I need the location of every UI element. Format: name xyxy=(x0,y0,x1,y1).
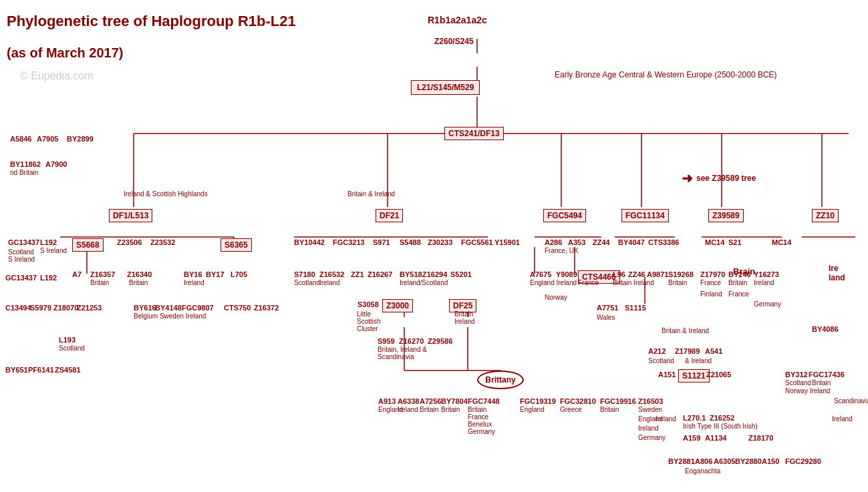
s971: S971 xyxy=(373,238,390,246)
norway-annotation: Norway xyxy=(545,294,567,301)
scotland-label1: Scotland xyxy=(8,248,34,256)
zz44: ZZ44 xyxy=(593,238,610,246)
a7675: A7675 xyxy=(530,270,551,278)
france-ann: France xyxy=(578,279,599,286)
irish-type-iii-ann: Irish Type III (South Irish) xyxy=(683,423,758,430)
germany-ann1: Germany xyxy=(754,300,781,308)
by17: BY17 xyxy=(206,270,225,278)
z18070: Z18070 xyxy=(53,304,78,312)
by2880: BY2880 xyxy=(735,457,762,465)
ireland-ann1: Ireland xyxy=(754,279,774,286)
s1115: S1115 xyxy=(625,304,646,312)
l21-node-box: L21/S145/M529 xyxy=(411,80,480,95)
z16340: Z16340 xyxy=(127,270,152,278)
z260-node: Z260/S245 xyxy=(434,37,474,46)
scotland-l193: Scotland xyxy=(59,344,85,352)
britain-france-benelux-germany: BritainFranceBeneluxGermany xyxy=(468,406,495,435)
zs4581: ZS4581 xyxy=(55,366,81,374)
brittany-circle: Brittany xyxy=(477,371,524,389)
early-bronze-annotation: Early Bronze Age Central & Western Europ… xyxy=(555,70,777,79)
ireland-bottom: Ireland xyxy=(656,415,676,423)
a212: A212 xyxy=(648,347,666,355)
l705: L705 xyxy=(231,270,247,278)
z16252: Z16252 xyxy=(710,414,734,422)
l270: L270.1 xyxy=(683,414,706,422)
root-node: R1b1a2a1a2c xyxy=(428,15,487,25)
britain-ann5: Britain xyxy=(441,406,460,413)
scotland-ann1: Scotland xyxy=(648,357,674,364)
nd-britain-ann: nd Britain xyxy=(10,169,38,176)
z21065: Z21065 xyxy=(706,371,731,379)
l96: L96 xyxy=(613,270,625,278)
cts241-node-box: CTS241/DF13 xyxy=(444,127,504,140)
fgc3213: FGC3213 xyxy=(333,238,365,246)
s3058: S3058 xyxy=(357,300,379,308)
s19268: S19268 xyxy=(668,270,694,278)
wales-annotation: Wales xyxy=(597,314,615,321)
mc14-2: MC14 xyxy=(772,238,791,246)
df1-node-box: DF1/L513 xyxy=(109,209,152,222)
z39589-arrow-text: see Z39589 tree xyxy=(696,174,756,183)
page-title: Phylogenetic tree of Haplogroup R1b-L21 xyxy=(7,12,296,31)
france-uk-annotation: France, UK xyxy=(545,247,579,254)
a6338: A6338 xyxy=(398,397,419,405)
a7: A7 xyxy=(72,270,82,278)
s1121-node-box: S1121 xyxy=(678,369,710,383)
gc13437-sub: GC13437 xyxy=(5,274,37,282)
a7905: A7905 xyxy=(37,135,58,143)
ireland-sub2: Ireland xyxy=(319,279,340,286)
l192: L192 xyxy=(40,238,57,246)
fgc5561: FGC5561 xyxy=(461,238,493,246)
brain-label: Brain xyxy=(733,266,755,276)
z18170: Z18170 xyxy=(748,434,773,442)
s5488: S5488 xyxy=(400,238,421,246)
by11862: BY11862 xyxy=(10,160,41,168)
by4047: BY4047 xyxy=(618,238,645,246)
a6305: A6305 xyxy=(714,457,735,465)
s21-right: S21 xyxy=(728,238,742,246)
a150: A150 xyxy=(762,457,779,465)
s5201: S5201 xyxy=(450,270,472,278)
ireland-ann2: & Ireland xyxy=(685,357,712,364)
sweden-ann: Sweden xyxy=(638,406,662,413)
z16532: Z16532 xyxy=(319,270,344,278)
by312: BY312 xyxy=(785,371,808,379)
y16273: Y16273 xyxy=(754,270,779,278)
cts3386: CTS3386 xyxy=(648,238,679,246)
by7804: BY7804 xyxy=(441,397,468,405)
a1134: A1134 xyxy=(705,434,726,442)
britain-ann3: Britain xyxy=(812,379,831,387)
z16267: Z16267 xyxy=(368,270,392,278)
c13494: C13494 xyxy=(5,304,31,312)
by2899: BY2899 xyxy=(67,135,94,143)
z16503: Z16503 xyxy=(638,397,663,405)
copyright-label: © Eupedia.com xyxy=(20,70,94,82)
germany-ann2: Germany xyxy=(638,434,666,441)
britain-label2: Britain xyxy=(90,279,109,286)
britain-ann4: Britain xyxy=(420,406,438,413)
ireland-right: Ireland xyxy=(829,264,845,282)
zz46: ZZ46 xyxy=(628,270,645,278)
z39589-node-box: Z39589 xyxy=(708,209,744,222)
ireland-scottish-annotation: Ireland & Scottish Highlands xyxy=(124,190,208,198)
scotland-ann2: Scotland xyxy=(785,379,811,387)
fgc19319: FGC19319 xyxy=(520,397,556,405)
a7900: A7900 xyxy=(45,160,67,168)
df21-node-box: DF21 xyxy=(376,209,403,222)
a5846: A5846 xyxy=(10,135,31,143)
england-ireland-ann: England Ireland xyxy=(530,279,577,286)
z16294: Z16294 xyxy=(422,270,447,278)
britain-ireland-annotation: Britain & Ireland xyxy=(347,190,395,198)
by518: BY518 xyxy=(400,270,422,278)
a9871: A9871 xyxy=(647,270,668,278)
belgium-sweden-ireland: Belgium Sweden Ireland xyxy=(134,312,206,320)
z23506: Z23506 xyxy=(117,238,142,246)
pf6141: PF6141 xyxy=(28,366,54,374)
france-ann3: France xyxy=(728,290,749,298)
fgc32810: FGC32810 xyxy=(560,397,596,405)
z29586: Z29586 xyxy=(428,337,452,345)
by2881: BY2881 xyxy=(668,457,695,465)
ireland-ann4: Ireland xyxy=(638,425,659,432)
greece-ann: Greece xyxy=(560,406,582,413)
britain-ann2: Britain xyxy=(728,279,747,286)
